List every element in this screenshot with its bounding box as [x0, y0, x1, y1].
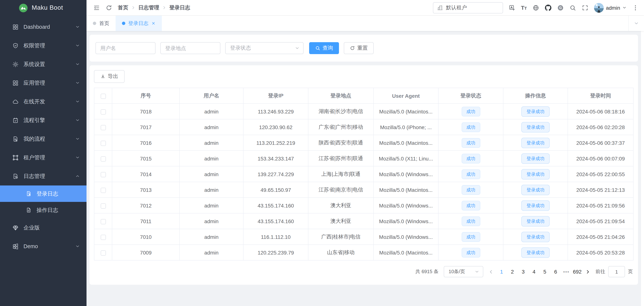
- row-checkbox[interactable]: [100, 187, 106, 193]
- status-filter-select[interactable]: 登录状态: [225, 42, 304, 54]
- table-row: 7015admin153.34.233.147江苏省|苏州市|联通Mozilla…: [94, 151, 633, 166]
- github-icon[interactable]: [545, 4, 552, 11]
- row-checkbox[interactable]: [100, 125, 106, 130]
- page-number-button[interactable]: 2: [508, 266, 517, 277]
- globe-icon[interactable]: [532, 4, 539, 11]
- cell-user-agent: Mozilla/5.0 (iPhone; ...: [374, 119, 438, 135]
- sidebar-item-enterprise[interactable]: 企业版: [0, 218, 86, 237]
- chevron-up-icon: [75, 174, 80, 178]
- breadcrumb: 首页 日志管理 登录日志: [118, 4, 190, 11]
- brand[interactable]: Maku Boot: [0, 0, 86, 16]
- sidebar-subitem-operation-log[interactable]: 操作日志: [0, 202, 86, 218]
- page-number-button[interactable]: 4: [529, 266, 539, 277]
- table-body: 7018admin113.246.93.229湖南省|长沙市|电信Mozilla…: [94, 104, 633, 260]
- operation-badge: 登录成功: [521, 122, 550, 132]
- app-root: Maku Boot Dashboard 权限管理 系统设置 应用管理: [0, 0, 644, 306]
- cell-login-ip: 153.34.233.147: [243, 151, 308, 166]
- sidebar-item-label: 在线开发: [24, 98, 45, 105]
- search-button[interactable]: [570, 4, 576, 11]
- sidebar-item-log-management[interactable]: 日志管理: [0, 167, 86, 185]
- sidebar-item-system-settings[interactable]: 系统设置: [0, 55, 86, 74]
- more-menu-button[interactable]: [632, 4, 639, 11]
- log-document-icon: [12, 173, 19, 179]
- chevron-down-icon: [634, 21, 639, 26]
- tab-list-dropdown-button[interactable]: [628, 16, 644, 31]
- row-checkbox[interactable]: [100, 172, 106, 177]
- select-all-checkbox[interactable]: [100, 94, 106, 99]
- location-filter-input[interactable]: [160, 42, 220, 54]
- tab-home[interactable]: 首页: [86, 16, 116, 31]
- gear-icon: [12, 61, 19, 67]
- login-log-table: 序号 用户名 登录IP 登录地点 User Agent 登录状态 操作信息 登录…: [94, 88, 634, 260]
- username-filter-input[interactable]: [96, 42, 156, 54]
- cell-user-agent: Mozilla/5.0 (Macintos...: [374, 245, 438, 260]
- sidebar-subitem-label: 操作日志: [36, 207, 58, 214]
- tab-login-log[interactable]: 登录日志: [116, 16, 162, 31]
- last-page-button[interactable]: 692: [572, 266, 582, 277]
- cell-no: 7018: [112, 104, 180, 119]
- page-size-select[interactable]: 10条/页: [444, 266, 483, 277]
- goto-page-input[interactable]: [608, 266, 625, 277]
- collapse-icon: [93, 4, 100, 11]
- header-username: 用户名: [180, 88, 243, 104]
- page-number-button[interactable]: 5: [540, 266, 550, 277]
- search-button[interactable]: 查询: [309, 42, 339, 54]
- translate-button[interactable]: [509, 4, 515, 11]
- cell-location: 江苏省|苏州市|联通: [308, 151, 374, 166]
- gitee-icon[interactable]: G: [557, 4, 564, 11]
- cell-username: admin: [180, 151, 243, 166]
- row-checkbox[interactable]: [100, 203, 106, 208]
- breadcrumb-home[interactable]: 首页: [118, 4, 128, 11]
- cell-username: admin: [180, 213, 243, 229]
- more-pages-button[interactable]: •••: [562, 270, 571, 274]
- refresh-button[interactable]: [106, 4, 112, 11]
- cell-username: admin: [180, 104, 243, 119]
- sidebar-item-my-workflow[interactable]: 我的流程: [0, 130, 86, 148]
- sidebar-item-online-dev[interactable]: 在线开发: [0, 92, 86, 111]
- chevron-right-icon: [162, 6, 166, 10]
- font-size-button[interactable]: TT: [521, 5, 527, 11]
- page-suffix-label: 页: [628, 268, 633, 275]
- chevron-down-icon: [475, 269, 479, 274]
- tenant-select[interactable]: 默认租户: [433, 2, 503, 13]
- page-number-button[interactable]: 3: [518, 266, 528, 277]
- prev-page-button[interactable]: [488, 269, 493, 274]
- sidebar-item-permissions[interactable]: 权限管理: [0, 36, 86, 55]
- row-checkbox[interactable]: [100, 234, 106, 240]
- sidebar-item-workflow-engine[interactable]: 流程引擎: [0, 111, 86, 130]
- chevron-down-icon: [75, 62, 80, 66]
- cell-no: 7009: [112, 245, 180, 260]
- page-number-button[interactable]: 6: [551, 266, 560, 277]
- status-badge: 成功: [462, 248, 480, 257]
- reset-button[interactable]: 重置: [344, 42, 374, 54]
- sidebar-item-app-management[interactable]: 应用管理: [0, 74, 86, 92]
- close-icon[interactable]: [152, 21, 156, 25]
- row-checkbox[interactable]: [100, 109, 106, 114]
- svg-text:G: G: [559, 6, 562, 10]
- user-menu[interactable]: admin: [594, 3, 626, 13]
- page-content: 登录状态 查询 重置 导出: [86, 31, 644, 306]
- header-login-ip: 登录IP: [243, 88, 308, 104]
- export-button[interactable]: 导出: [94, 70, 124, 83]
- next-page-button[interactable]: [586, 269, 590, 274]
- table-row: 7011admin43.155.174.160澳大利亚Mozilla/5.0 (…: [94, 213, 633, 229]
- fullscreen-button[interactable]: [582, 4, 588, 11]
- sidebar-item-tenant-management[interactable]: 租户管理: [0, 148, 86, 167]
- row-checkbox[interactable]: [100, 219, 106, 224]
- status-badge: 成功: [462, 185, 480, 195]
- sidebar-subitem-login-log[interactable]: 登录日志: [0, 185, 86, 202]
- tab-bar: 首页 登录日志: [86, 16, 644, 31]
- breadcrumb-log-management[interactable]: 日志管理: [138, 4, 159, 11]
- collapse-sidebar-button[interactable]: [93, 4, 100, 11]
- page-number-button[interactable]: 1: [497, 266, 506, 277]
- operation-badge: 登录成功: [521, 153, 550, 164]
- table-header-row: 序号 用户名 登录IP 登录地点 User Agent 登录状态 操作信息 登录…: [94, 88, 633, 104]
- sidebar-item-demo[interactable]: Demo: [0, 237, 86, 256]
- row-checkbox[interactable]: [100, 156, 106, 161]
- row-checkbox[interactable]: [100, 141, 106, 146]
- cell-user-agent: Mozilla/5.0 (Windows...: [374, 198, 438, 213]
- cell-time: 2024-05-06 02:20:28: [568, 119, 633, 135]
- row-checkbox[interactable]: [100, 250, 106, 255]
- navbar-right: 默认租户 TT G: [433, 2, 639, 13]
- sidebar-item-dashboard[interactable]: Dashboard: [0, 18, 86, 36]
